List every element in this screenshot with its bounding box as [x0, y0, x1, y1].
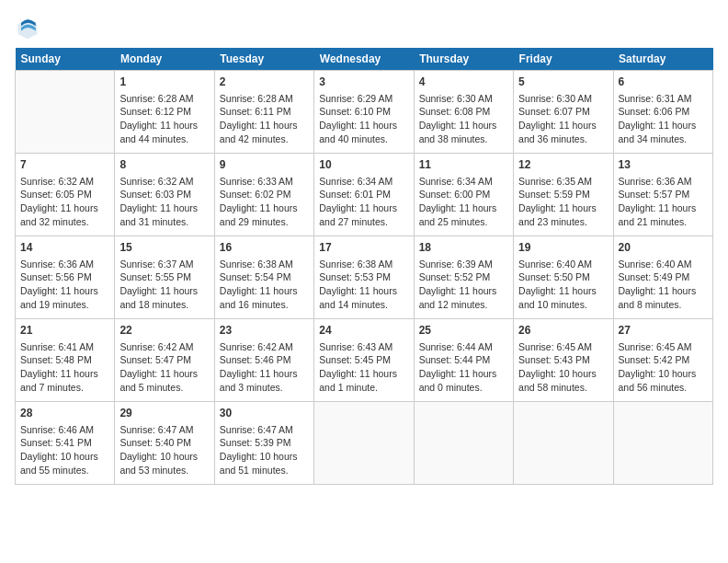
calendar-table: SundayMondayTuesdayWednesdayThursdayFrid…: [15, 48, 713, 485]
day-number: 18: [419, 240, 508, 256]
calendar-cell: 17Sunrise: 6:38 AM Sunset: 5:53 PM Dayli…: [314, 236, 414, 319]
day-info: Sunrise: 6:42 AM Sunset: 5:46 PM Dayligh…: [220, 340, 309, 395]
day-info: Sunrise: 6:45 AM Sunset: 5:42 PM Dayligh…: [619, 340, 708, 395]
calendar-week-row: 7Sunrise: 6:32 AM Sunset: 6:05 PM Daylig…: [16, 154, 713, 236]
calendar-cell: 25Sunrise: 6:44 AM Sunset: 5:44 PM Dayli…: [414, 319, 513, 402]
day-number: 20: [619, 240, 708, 256]
calendar-cell: 5Sunrise: 6:30 AM Sunset: 6:07 PM Daylig…: [514, 71, 613, 154]
day-info: Sunrise: 6:28 AM Sunset: 6:12 PM Dayligh…: [119, 92, 209, 146]
calendar-week-row: 28Sunrise: 6:46 AM Sunset: 5:41 PM Dayli…: [16, 402, 713, 485]
day-info: Sunrise: 6:36 AM Sunset: 5:56 PM Dayligh…: [20, 258, 109, 312]
day-info: Sunrise: 6:43 AM Sunset: 5:45 PM Dayligh…: [319, 340, 408, 395]
calendar-cell: 14Sunrise: 6:36 AM Sunset: 5:56 PM Dayli…: [16, 236, 115, 319]
calendar-cell: 21Sunrise: 6:41 AM Sunset: 5:48 PM Dayli…: [16, 319, 115, 402]
calendar-cell: 26Sunrise: 6:45 AM Sunset: 5:43 PM Dayli…: [514, 319, 613, 402]
day-number: 3: [319, 75, 408, 90]
day-number: 24: [319, 323, 408, 339]
calendar-day-header: Monday: [115, 48, 214, 71]
day-info: Sunrise: 6:42 AM Sunset: 5:47 PM Dayligh…: [119, 340, 209, 395]
page-header: [15, 15, 713, 40]
day-number: 13: [619, 157, 708, 173]
day-number: 29: [119, 406, 209, 421]
calendar-week-row: 1Sunrise: 6:28 AM Sunset: 6:12 PM Daylig…: [16, 71, 713, 154]
day-number: 9: [220, 157, 309, 173]
day-number: 15: [119, 240, 209, 256]
day-number: 6: [619, 75, 708, 90]
day-info: Sunrise: 6:30 AM Sunset: 6:08 PM Dayligh…: [419, 92, 508, 146]
calendar-cell: 27Sunrise: 6:45 AM Sunset: 5:42 PM Dayli…: [613, 319, 712, 402]
day-number: 11: [419, 157, 508, 173]
day-info: Sunrise: 6:33 AM Sunset: 6:02 PM Dayligh…: [220, 175, 309, 229]
day-number: 2: [220, 75, 309, 90]
calendar-cell: 6Sunrise: 6:31 AM Sunset: 6:06 PM Daylig…: [613, 71, 712, 154]
calendar-week-row: 14Sunrise: 6:36 AM Sunset: 5:56 PM Dayli…: [16, 236, 713, 319]
day-number: 30: [220, 406, 309, 421]
day-number: 19: [518, 240, 608, 256]
calendar-cell: 8Sunrise: 6:32 AM Sunset: 6:03 PM Daylig…: [115, 154, 214, 236]
calendar-cell: [514, 402, 613, 485]
day-info: Sunrise: 6:29 AM Sunset: 6:10 PM Dayligh…: [319, 92, 408, 146]
calendar-cell: 15Sunrise: 6:37 AM Sunset: 5:55 PM Dayli…: [115, 236, 214, 319]
calendar-cell: 18Sunrise: 6:39 AM Sunset: 5:52 PM Dayli…: [414, 236, 513, 319]
day-info: Sunrise: 6:41 AM Sunset: 5:48 PM Dayligh…: [20, 340, 109, 395]
calendar-cell: 11Sunrise: 6:34 AM Sunset: 6:00 PM Dayli…: [414, 154, 513, 236]
logo-icon: [15, 15, 40, 40]
day-number: 25: [419, 323, 508, 339]
day-info: Sunrise: 6:40 AM Sunset: 5:49 PM Dayligh…: [619, 258, 708, 312]
day-info: Sunrise: 6:34 AM Sunset: 6:01 PM Dayligh…: [319, 175, 408, 229]
day-info: Sunrise: 6:37 AM Sunset: 5:55 PM Dayligh…: [119, 258, 209, 312]
day-info: Sunrise: 6:32 AM Sunset: 6:05 PM Dayligh…: [20, 175, 109, 229]
day-info: Sunrise: 6:47 AM Sunset: 5:39 PM Dayligh…: [220, 423, 309, 477]
calendar-cell: [414, 402, 513, 485]
calendar-cell: 30Sunrise: 6:47 AM Sunset: 5:39 PM Dayli…: [214, 402, 313, 485]
day-number: 4: [419, 75, 508, 90]
day-number: 17: [319, 240, 408, 256]
calendar-week-row: 21Sunrise: 6:41 AM Sunset: 5:48 PM Dayli…: [16, 319, 713, 402]
day-number: 5: [518, 75, 608, 90]
calendar-day-header: Tuesday: [214, 48, 313, 71]
calendar-cell: 20Sunrise: 6:40 AM Sunset: 5:49 PM Dayli…: [613, 236, 712, 319]
day-number: 10: [319, 157, 408, 173]
day-number: 22: [119, 323, 209, 339]
day-number: 1: [119, 75, 209, 90]
day-info: Sunrise: 6:38 AM Sunset: 5:54 PM Dayligh…: [220, 258, 309, 312]
calendar-day-header: Sunday: [16, 48, 115, 71]
calendar-cell: 13Sunrise: 6:36 AM Sunset: 5:57 PM Dayli…: [613, 154, 712, 236]
day-info: Sunrise: 6:30 AM Sunset: 6:07 PM Dayligh…: [518, 92, 608, 146]
calendar-cell: 12Sunrise: 6:35 AM Sunset: 5:59 PM Dayli…: [514, 154, 613, 236]
day-info: Sunrise: 6:47 AM Sunset: 5:40 PM Dayligh…: [119, 423, 209, 477]
day-info: Sunrise: 6:34 AM Sunset: 6:00 PM Dayligh…: [419, 175, 508, 229]
calendar-cell: 24Sunrise: 6:43 AM Sunset: 5:45 PM Dayli…: [314, 319, 414, 402]
calendar-cell: 2Sunrise: 6:28 AM Sunset: 6:11 PM Daylig…: [214, 71, 313, 154]
day-number: 16: [220, 240, 309, 256]
calendar-cell: 16Sunrise: 6:38 AM Sunset: 5:54 PM Dayli…: [214, 236, 313, 319]
calendar-cell: 19Sunrise: 6:40 AM Sunset: 5:50 PM Dayli…: [514, 236, 613, 319]
day-info: Sunrise: 6:32 AM Sunset: 6:03 PM Dayligh…: [119, 175, 209, 229]
calendar-cell: 29Sunrise: 6:47 AM Sunset: 5:40 PM Dayli…: [115, 402, 214, 485]
day-info: Sunrise: 6:40 AM Sunset: 5:50 PM Dayligh…: [518, 258, 608, 312]
day-number: 23: [220, 323, 309, 339]
day-info: Sunrise: 6:35 AM Sunset: 5:59 PM Dayligh…: [518, 175, 608, 229]
day-number: 12: [518, 157, 608, 173]
calendar-cell: 28Sunrise: 6:46 AM Sunset: 5:41 PM Dayli…: [16, 402, 115, 485]
calendar-day-header: Thursday: [414, 48, 513, 71]
day-number: 27: [619, 323, 708, 339]
day-info: Sunrise: 6:31 AM Sunset: 6:06 PM Dayligh…: [619, 92, 708, 146]
calendar-cell: 1Sunrise: 6:28 AM Sunset: 6:12 PM Daylig…: [115, 71, 214, 154]
day-number: 14: [20, 240, 109, 256]
day-info: Sunrise: 6:36 AM Sunset: 5:57 PM Dayligh…: [619, 175, 708, 229]
calendar-cell: 22Sunrise: 6:42 AM Sunset: 5:47 PM Dayli…: [115, 319, 214, 402]
day-number: 26: [518, 323, 608, 339]
day-number: 7: [20, 157, 109, 173]
logo: [15, 15, 44, 40]
calendar-cell: [314, 402, 414, 485]
calendar-cell: 7Sunrise: 6:32 AM Sunset: 6:05 PM Daylig…: [16, 154, 115, 236]
calendar-day-header: Friday: [514, 48, 613, 71]
calendar-cell: [613, 402, 712, 485]
day-info: Sunrise: 6:38 AM Sunset: 5:53 PM Dayligh…: [319, 258, 408, 312]
calendar-cell: 10Sunrise: 6:34 AM Sunset: 6:01 PM Dayli…: [314, 154, 414, 236]
day-number: 21: [20, 323, 109, 339]
calendar-cell: 9Sunrise: 6:33 AM Sunset: 6:02 PM Daylig…: [214, 154, 313, 236]
day-number: 8: [119, 157, 209, 173]
calendar-cell: 23Sunrise: 6:42 AM Sunset: 5:46 PM Dayli…: [214, 319, 313, 402]
